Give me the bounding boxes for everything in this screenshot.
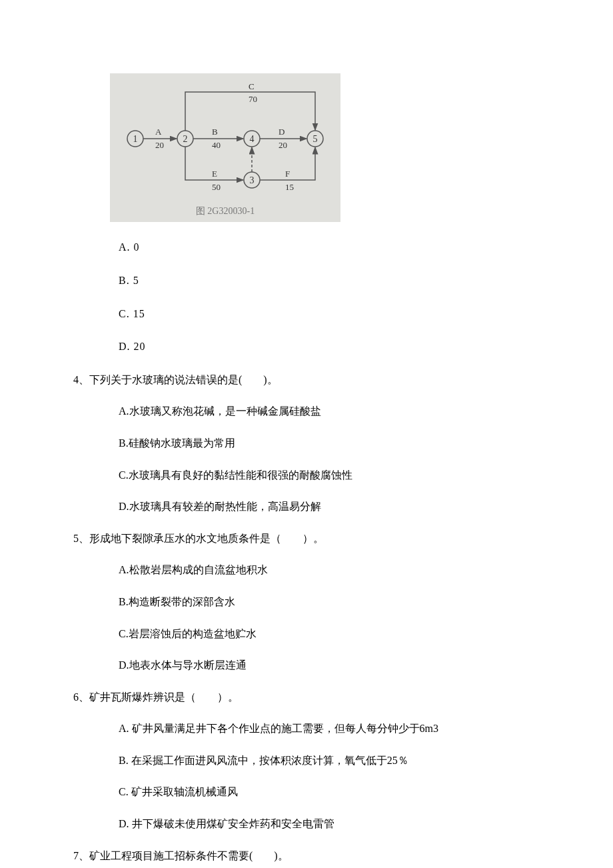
q5-option-b: B.构造断裂带的深部含水 xyxy=(119,593,546,611)
q6-stem: 6、矿井瓦斯爆炸辨识是（ ）。 xyxy=(73,689,546,706)
edge-B-weight: 40 xyxy=(212,140,221,150)
q6-option-d: D. 井下爆破未使用煤矿安全炸药和安全电雷管 xyxy=(119,815,546,833)
network-svg: 1 2 4 3 5 A 20 B 40 xyxy=(122,80,328,200)
diagram-caption: 图 2G320030-1 xyxy=(122,204,328,219)
q4-stem: 4、下列关于水玻璃的说法错误的是( )。 xyxy=(73,371,546,389)
q4-option-c: C.水玻璃具有良好的黏结性能和很强的耐酸腐蚀性 xyxy=(119,467,546,484)
edge-D-weight: 20 xyxy=(279,140,287,150)
q6-option-a: A. 矿井风量满足井下各个作业点的施工需要，但每人每分钟少于6m3 xyxy=(119,720,546,737)
q5-option-d: D.地表水体与导水断层连通 xyxy=(119,657,546,674)
edge-F-label: F xyxy=(285,169,290,179)
edge-D-label: D xyxy=(279,127,285,137)
q7-stem: 7、矿业工程项目施工招标条件不需要( )。 xyxy=(73,847,546,865)
network-diagram: 1 2 4 3 5 A 20 B 40 xyxy=(110,73,340,222)
node-5: 5 xyxy=(313,134,318,144)
network-diagram-container: 1 2 4 3 5 A 20 B 40 xyxy=(110,73,546,222)
q3-option-d: D. 20 xyxy=(119,338,546,355)
edge-E-label: E xyxy=(212,169,217,179)
q5-option-a: A.松散岩层构成的自流盆地积水 xyxy=(119,561,546,579)
edge-E-weight: 50 xyxy=(212,182,221,192)
q5-option-c: C.岩层溶蚀后的构造盆地贮水 xyxy=(119,625,546,643)
q3-option-b: B. 5 xyxy=(119,272,546,289)
edge-F-weight: 15 xyxy=(285,182,294,192)
q6-option-c: C. 矿井采取轴流机械通风 xyxy=(119,783,546,801)
q4-option-a: A.水玻璃又称泡花碱，是一种碱金属硅酸盐 xyxy=(119,403,546,420)
node-4: 4 xyxy=(250,134,255,144)
q6-option-b: B. 在采掘工作面进风风流中，按体积浓度计算，氧气低于25％ xyxy=(119,752,546,769)
q3-option-c: C. 15 xyxy=(119,305,546,323)
edge-A-label: A xyxy=(155,127,162,137)
q5-stem: 5、形成地下裂隙承压水的水文地质条件是（ ）。 xyxy=(73,530,546,547)
edge-C-weight: 70 xyxy=(249,94,257,104)
edge-C-label: C xyxy=(249,81,255,91)
node-1: 1 xyxy=(133,134,138,144)
q4-option-b: B.硅酸钠水玻璃最为常用 xyxy=(119,435,546,452)
edge-A-weight: 20 xyxy=(155,140,164,150)
edge-B-label: B xyxy=(212,127,218,137)
node-3: 3 xyxy=(250,175,255,185)
q3-option-a: A. 0 xyxy=(119,239,546,256)
node-2: 2 xyxy=(183,134,188,144)
q4-option-d: D.水玻璃具有较差的耐热性能，高温易分解 xyxy=(119,498,546,515)
